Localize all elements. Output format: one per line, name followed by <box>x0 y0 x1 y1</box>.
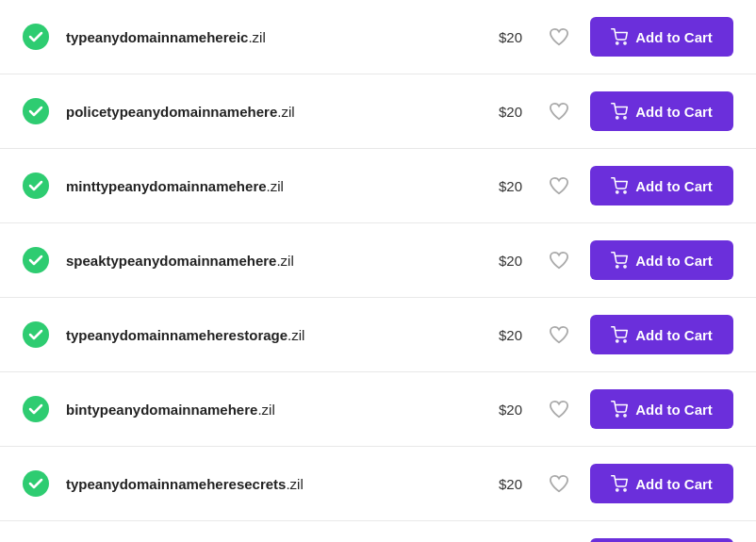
check-icon <box>23 98 49 124</box>
svg-point-8 <box>624 191 626 193</box>
cart-icon <box>611 103 628 120</box>
check-icon <box>23 470 49 497</box>
svg-point-18 <box>23 470 49 497</box>
cart-icon <box>611 177 628 194</box>
domain-price: $20 <box>485 178 522 194</box>
list-item: typeanydomainnameheresecrets.zil $20 Add… <box>0 447 756 521</box>
add-to-cart-button[interactable]: Add to Cart <box>590 166 733 205</box>
svg-point-3 <box>23 98 49 124</box>
wishlist-button[interactable] <box>541 470 577 497</box>
add-to-cart-button[interactable]: Add to Cart <box>590 389 733 429</box>
add-to-cart-button[interactable]: Add to Cart <box>590 315 733 354</box>
check-icon <box>23 247 49 273</box>
heart-icon <box>549 325 569 344</box>
add-to-cart-label: Add to Cart <box>635 253 713 269</box>
list-item: bintypeanydomainnamehere.zil $20 Add to … <box>0 372 756 447</box>
domain-name: bintypeanydomainnamehere.zil <box>66 402 485 418</box>
domain-price: $20 <box>485 29 522 45</box>
check-icon <box>23 172 49 199</box>
domain-name: typeanydomainnameherestorage.zil <box>66 327 485 343</box>
add-to-cart-button[interactable]: Add to Cart <box>590 538 733 542</box>
add-to-cart-button[interactable]: Add to Cart <box>590 240 733 280</box>
domain-name: policetypeanydomainnamehere.zil <box>66 104 485 120</box>
domain-price: $20 <box>485 327 522 343</box>
heart-icon <box>549 251 569 270</box>
wishlist-button[interactable] <box>541 321 577 348</box>
domain-name: typeanydomainnamehereic.zil <box>66 29 485 45</box>
cart-icon <box>611 401 628 418</box>
domain-name: typeanydomainnameheresecrets.zil <box>66 476 485 492</box>
add-to-cart-label: Add to Cart <box>635 178 713 194</box>
wishlist-button[interactable] <box>541 172 577 199</box>
svg-point-4 <box>616 117 618 119</box>
svg-point-17 <box>624 415 626 417</box>
list-item: speaktypeanydomainnamehere.zil $20 Add t… <box>0 223 756 298</box>
domain-name: speaktypeanydomainnamehere.zil <box>66 253 485 269</box>
heart-icon <box>549 27 569 46</box>
add-to-cart-label: Add to Cart <box>635 104 713 120</box>
check-icon <box>23 321 49 348</box>
add-to-cart-button[interactable]: Add to Cart <box>590 17 733 57</box>
list-item: typeanydomainnameherebus.zil $20 Add to … <box>0 521 756 542</box>
domain-price: $20 <box>485 476 522 492</box>
svg-point-1 <box>616 42 618 44</box>
heart-icon <box>549 176 569 195</box>
svg-point-16 <box>616 415 618 417</box>
list-item: policetypeanydomainnamehere.zil $20 Add … <box>0 74 756 149</box>
domain-price: $20 <box>485 104 522 120</box>
check-icon <box>23 396 49 422</box>
cart-icon <box>611 28 628 45</box>
add-to-cart-button[interactable]: Add to Cart <box>590 464 733 503</box>
add-to-cart-label: Add to Cart <box>635 29 713 45</box>
domain-price: $20 <box>485 253 522 269</box>
svg-point-9 <box>23 247 49 273</box>
domain-price: $20 <box>485 402 522 418</box>
cart-icon <box>611 252 628 269</box>
svg-point-13 <box>616 340 618 342</box>
heart-icon <box>549 474 569 493</box>
heart-icon <box>549 102 569 121</box>
svg-point-14 <box>624 340 626 342</box>
svg-point-12 <box>23 321 49 348</box>
list-item: minttypeanydomainnamehere.zil $20 Add to… <box>0 149 756 223</box>
add-to-cart-label: Add to Cart <box>635 327 713 343</box>
svg-point-10 <box>616 266 618 268</box>
svg-point-5 <box>624 117 626 119</box>
wishlist-button[interactable] <box>541 24 577 50</box>
cart-icon <box>611 475 628 492</box>
wishlist-button[interactable] <box>541 98 577 124</box>
domain-name: minttypeanydomainnamehere.zil <box>66 178 485 194</box>
svg-point-6 <box>23 172 49 199</box>
cart-icon <box>611 326 628 343</box>
wishlist-button[interactable] <box>541 396 577 422</box>
add-to-cart-label: Add to Cart <box>635 402 713 418</box>
svg-point-20 <box>624 489 626 491</box>
svg-point-0 <box>23 24 49 50</box>
svg-point-7 <box>616 191 618 193</box>
add-to-cart-label: Add to Cart <box>635 476 713 492</box>
heart-icon <box>549 400 569 419</box>
list-item: typeanydomainnameherestorage.zil $20 Add… <box>0 298 756 372</box>
list-item: typeanydomainnamehereic.zil $20 Add to C… <box>0 0 756 74</box>
svg-point-19 <box>616 489 618 491</box>
wishlist-button[interactable] <box>541 247 577 273</box>
svg-point-2 <box>624 42 626 44</box>
check-icon <box>23 24 49 50</box>
domain-list: typeanydomainnamehereic.zil $20 Add to C… <box>0 0 756 542</box>
add-to-cart-button[interactable]: Add to Cart <box>590 91 733 131</box>
svg-point-15 <box>23 396 49 422</box>
svg-point-11 <box>624 266 626 268</box>
